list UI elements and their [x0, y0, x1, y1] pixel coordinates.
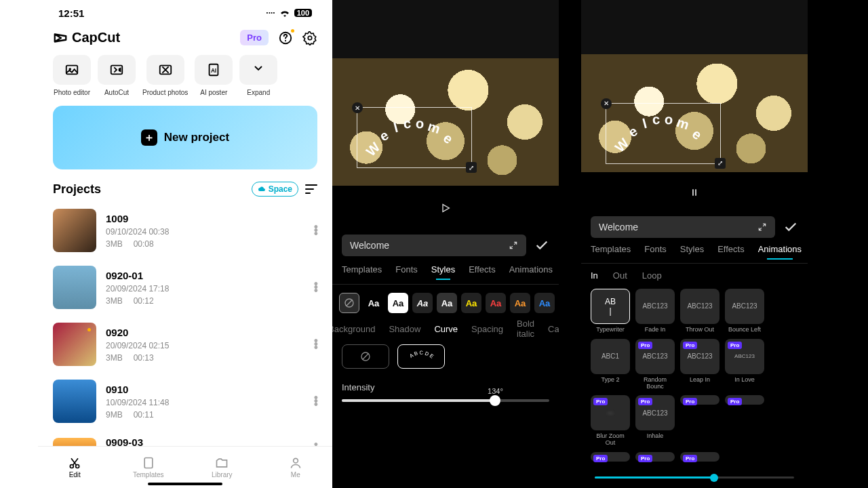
etab-templates[interactable]: Templates — [342, 264, 382, 280]
subtab-spacing[interactable]: Spacing — [471, 324, 503, 334]
anim-in[interactable]: In — [591, 270, 598, 281]
anim-direction-tabs: In Out Loop — [581, 264, 808, 283]
text-input[interactable]: Welcome — [342, 235, 526, 256]
anim-cell[interactable]: ProABC123Inhale — [635, 395, 675, 447]
intensity-control: Intensity 134° — [332, 373, 559, 402]
style-swatch[interactable]: Aa — [363, 293, 384, 313]
anim-cell[interactable]: ABC123Bounce Left — [725, 289, 764, 333]
style-swatch[interactable]: Aa — [486, 293, 506, 313]
text-selection-frame[interactable]: ✕ ⤢ W e l c o m e — [606, 103, 721, 164]
plus-icon: ＋ — [141, 129, 157, 146]
tool-photo-editor[interactable]: Photo editor — [53, 55, 91, 96]
intensity-slider[interactable]: 134° — [342, 399, 549, 402]
slider-knob[interactable] — [490, 395, 500, 406]
video-preview[interactable]: ✕ ⤢ W e l c o m e — [332, 58, 559, 186]
pause-icon[interactable] — [690, 188, 699, 197]
battery-icon: 100 — [294, 9, 312, 17]
etab-animations[interactable]: Animations — [758, 244, 802, 260]
curve-arch[interactable]: A B C D E — [397, 344, 445, 369]
curve-none[interactable] — [342, 344, 389, 369]
anim-cell[interactable]: Pro — [680, 452, 719, 462]
anim-loop[interactable]: Loop — [642, 270, 662, 281]
etab-animations[interactable]: Animations — [509, 264, 553, 280]
tool-strip: Photo editor AutoCut Product photos AI A… — [38, 49, 332, 96]
style-swatch[interactable]: Aa — [388, 293, 408, 313]
help-icon[interactable] — [278, 30, 293, 45]
style-swatch[interactable]: Aa — [437, 293, 457, 313]
more-icon[interactable]: ••• — [314, 340, 317, 350]
anim-out[interactable]: Out — [613, 270, 627, 281]
etab-effects[interactable]: Effects — [717, 244, 745, 260]
style-none[interactable] — [339, 293, 359, 313]
confirm-icon[interactable] — [783, 220, 798, 235]
anim-cell[interactable]: ProABC123In Love — [725, 339, 764, 390]
tab-edit[interactable]: Edit — [38, 447, 112, 488]
app-logo: CapCut — [53, 30, 120, 45]
anim-cell[interactable]: Pro — [591, 452, 630, 462]
project-item[interactable]: 0920 20/09/2024 02:15 3MB00:13 ••• — [53, 316, 317, 373]
etab-templates[interactable]: Templates — [591, 244, 631, 260]
anim-duration-slider[interactable] — [595, 476, 794, 479]
anim-cell[interactable]: Pro — [680, 395, 719, 447]
style-subtabs: Background Shadow Curve Spacing Bold ita… — [332, 317, 559, 340]
sort-icon[interactable] — [305, 184, 317, 194]
subtab-shadow[interactable]: Shadow — [389, 324, 420, 334]
cloud-space-button[interactable]: Space — [252, 182, 298, 197]
pro-badge[interactable]: Pro — [240, 30, 269, 45]
tab-library[interactable]: Library — [185, 447, 259, 488]
etab-styles[interactable]: Styles — [431, 264, 455, 280]
tab-templates[interactable]: Templates — [112, 447, 186, 488]
anim-cell[interactable]: Pro — [635, 452, 675, 462]
curved-text: W e l c o m e — [606, 104, 720, 163]
anim-cell[interactable]: ProABC123Random Bounc — [635, 339, 675, 390]
subtab-curve[interactable]: Curve — [434, 324, 458, 334]
expand-icon[interactable] — [509, 241, 518, 250]
editor-top-gap — [581, 0, 808, 54]
anim-cell[interactable]: ProABC123Leap In — [680, 339, 719, 390]
settings-icon[interactable] — [302, 30, 317, 45]
project-date: 09/10/2024 00:38 — [106, 227, 304, 237]
text-input[interactable]: Welcome — [591, 216, 775, 238]
more-icon[interactable]: ••• — [314, 226, 317, 236]
anim-cell[interactable]: ABC1Type 2 — [591, 339, 630, 390]
tool-autocut[interactable]: AutoCut — [98, 55, 136, 96]
new-project-button[interactable]: ＋ New project — [53, 106, 317, 169]
style-swatch[interactable]: Aa — [412, 293, 433, 313]
anim-cell[interactable]: Pro···Blur Zoom Out — [591, 395, 630, 447]
subtab-bold-italic[interactable]: Bold italic — [517, 319, 534, 339]
confirm-icon[interactable] — [534, 238, 549, 253]
project-thumbnail — [53, 266, 96, 309]
tool-ai-poster[interactable]: AI AI poster — [195, 55, 233, 96]
more-icon[interactable]: ••• — [314, 396, 317, 407]
subtab-background[interactable]: Background — [332, 324, 375, 334]
anim-cell[interactable]: ABC123Fade In — [635, 289, 675, 333]
text-selection-frame[interactable]: ✕ ⤢ W e l c o m e — [357, 107, 472, 168]
style-swatch[interactable]: Aa — [534, 293, 555, 313]
tool-expand[interactable]: Expand — [239, 55, 277, 96]
etab-styles[interactable]: Styles — [680, 244, 704, 260]
projects-header: Projects Space — [38, 169, 332, 202]
style-swatch[interactable]: Aa — [510, 293, 530, 313]
anim-cell[interactable]: AB|Typewriter — [591, 289, 630, 333]
tab-me[interactable]: Me — [259, 447, 333, 488]
intensity-label: Intensity — [342, 382, 374, 392]
clock: 12:51 — [58, 7, 84, 19]
home-indicator — [148, 483, 222, 485]
video-preview[interactable]: ✕ ⤢ W e l c o m e — [581, 54, 808, 172]
play-icon[interactable] — [440, 203, 451, 214]
etab-effects[interactable]: Effects — [469, 264, 496, 280]
anim-cell[interactable]: ABC123Throw Out — [680, 289, 719, 333]
etab-fonts[interactable]: Fonts — [395, 264, 418, 280]
more-icon[interactable]: ••• — [314, 283, 317, 293]
project-item[interactable]: 1009 09/10/2024 00:38 3MB00:08 ••• — [53, 202, 317, 259]
expand-icon[interactable] — [757, 222, 767, 232]
wifi-icon — [279, 9, 290, 17]
etab-fonts[interactable]: Fonts — [644, 244, 667, 260]
project-item[interactable]: 0920-01 20/09/2024 17:18 3MB00:12 ••• — [53, 259, 317, 316]
anim-cell[interactable]: Pro — [725, 395, 764, 447]
style-swatch[interactable]: Aa — [461, 293, 481, 313]
project-item[interactable]: 0910 10/09/2024 11:48 9MB00:11 ••• — [53, 373, 317, 430]
subtab-more[interactable]: Ca — [548, 324, 559, 334]
tool-product-photos[interactable]: Product photos — [142, 55, 188, 96]
slider-knob[interactable] — [710, 474, 718, 482]
